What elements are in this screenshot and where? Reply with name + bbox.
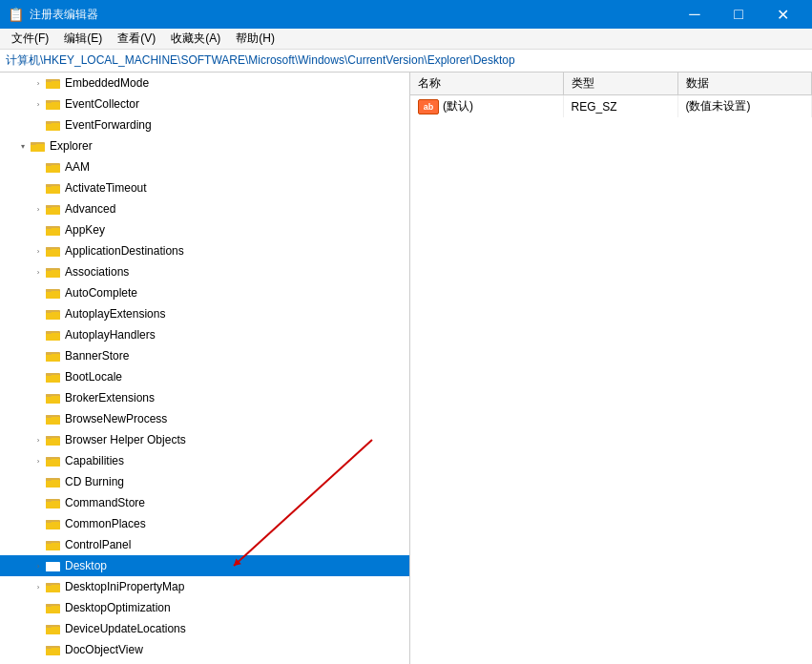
tree-label: Browser Helper Objects bbox=[65, 433, 186, 446]
tree-node[interactable]: CommandStore bbox=[0, 492, 409, 513]
tree-node[interactable]: ▾ Explorer bbox=[0, 135, 409, 156]
menu-help[interactable]: 帮助(H) bbox=[228, 29, 282, 50]
tree-node[interactable]: › EventCollector bbox=[0, 93, 409, 114]
tree-node[interactable]: ControlPanel bbox=[0, 534, 409, 555]
svg-rect-14 bbox=[46, 163, 52, 166]
tree-node[interactable]: › Desktop bbox=[0, 555, 409, 576]
folder-icon bbox=[46, 117, 61, 133]
address-path: 计算机\HKEY_LOCAL_MACHINE\SOFTWARE\Microsof… bbox=[6, 52, 515, 69]
svg-rect-62 bbox=[46, 499, 52, 502]
tree-node[interactable]: › ApplicationDestinations bbox=[0, 240, 409, 261]
tree-node[interactable]: AutoComplete bbox=[0, 282, 409, 303]
window-controls: ─ □ ✕ bbox=[673, 0, 804, 29]
tree-expander-empty bbox=[31, 303, 46, 324]
tree-node[interactable]: ActivateTimeout bbox=[0, 177, 409, 198]
svg-rect-26 bbox=[46, 247, 52, 250]
tree-label: ControlPanel bbox=[65, 538, 131, 551]
folder-icon bbox=[46, 96, 61, 112]
tree-node[interactable]: › EmbeddedMode bbox=[0, 73, 409, 93]
tree-expander-empty bbox=[31, 345, 46, 366]
svg-rect-22 bbox=[46, 228, 60, 236]
tree-label: CommonPlaces bbox=[65, 517, 146, 530]
tree-expander[interactable]: ▾ bbox=[15, 135, 31, 156]
tree-node[interactable]: › Capabilities bbox=[0, 450, 409, 471]
tree-label: BannerStore bbox=[65, 349, 129, 363]
menu-edit[interactable]: 编辑(E) bbox=[56, 29, 110, 50]
svg-rect-74 bbox=[46, 583, 52, 586]
tree-node[interactable]: CommonPlaces bbox=[0, 513, 409, 534]
tree-label: Associations bbox=[65, 265, 129, 279]
svg-rect-70 bbox=[46, 564, 60, 571]
tree-node[interactable]: BannerStore bbox=[0, 345, 409, 366]
tree-label: AAM bbox=[65, 160, 90, 174]
tree-node[interactable]: › Advanced bbox=[0, 198, 409, 219]
svg-rect-50 bbox=[46, 415, 52, 418]
tree-node[interactable]: BootLocale bbox=[0, 366, 409, 387]
maximize-button[interactable]: □ bbox=[717, 0, 760, 29]
tree-node[interactable]: CD Burning bbox=[0, 471, 409, 492]
tree-label: AutoplayExtensions bbox=[65, 307, 165, 321]
folder-icon bbox=[46, 495, 61, 510]
svg-rect-55 bbox=[46, 459, 60, 467]
registry-tree[interactable]: › EmbeddedMode› EventCollector EventForw… bbox=[0, 73, 410, 664]
tree-node[interactable]: AutoplayExtensions bbox=[0, 303, 409, 324]
tree-node[interactable]: BrokerExtensions bbox=[0, 387, 409, 408]
svg-rect-68 bbox=[46, 541, 52, 544]
folder-icon bbox=[46, 327, 61, 342]
svg-rect-37 bbox=[46, 333, 60, 341]
svg-rect-35 bbox=[46, 310, 52, 313]
value-row[interactable]: ab(默认)REG_SZ(数值未设置) bbox=[410, 95, 812, 118]
tree-expander[interactable]: › bbox=[31, 555, 46, 576]
tree-expander[interactable]: › bbox=[31, 450, 46, 471]
svg-rect-47 bbox=[46, 394, 52, 397]
tree-node[interactable]: › DesktopIniPropertyMap bbox=[0, 576, 409, 597]
tree-node[interactable]: AutoplayHandlers bbox=[0, 324, 409, 345]
value-name: ab(默认) bbox=[410, 95, 563, 118]
minimize-button[interactable]: ─ bbox=[673, 0, 717, 29]
svg-rect-23 bbox=[46, 226, 52, 229]
address-bar: 计算机\HKEY_LOCAL_MACHINE\SOFTWARE\Microsof… bbox=[0, 50, 812, 73]
svg-rect-65 bbox=[46, 520, 52, 523]
tree-expander[interactable]: › bbox=[31, 429, 46, 450]
folder-icon bbox=[46, 600, 61, 615]
close-button[interactable]: ✕ bbox=[760, 0, 804, 29]
folder-icon bbox=[46, 243, 61, 259]
folder-icon bbox=[31, 138, 46, 154]
tree-label: AutoplayHandlers bbox=[65, 328, 156, 342]
tree-node[interactable]: DesktopOptimization bbox=[0, 597, 409, 618]
tree-expander-empty bbox=[31, 156, 46, 177]
tree-expander[interactable]: › bbox=[31, 576, 46, 597]
tree-node[interactable]: AppKey bbox=[0, 219, 409, 240]
tree-expander[interactable]: › bbox=[31, 198, 46, 219]
folder-icon bbox=[46, 537, 61, 552]
tree-node[interactable]: › Browser Helper Objects bbox=[0, 429, 409, 450]
tree-expander[interactable]: › bbox=[31, 261, 46, 282]
tree-expander[interactable]: › bbox=[31, 73, 46, 93]
tree-node[interactable]: AAM bbox=[0, 156, 409, 177]
folder-icon bbox=[46, 642, 61, 657]
svg-rect-40 bbox=[46, 354, 60, 362]
svg-rect-19 bbox=[46, 207, 60, 215]
col-data: 数据 bbox=[677, 73, 812, 95]
menu-file[interactable]: 文件(F) bbox=[4, 29, 56, 50]
tree-node[interactable]: › Associations bbox=[0, 261, 409, 282]
tree-expander-empty bbox=[31, 639, 46, 660]
folder-icon bbox=[46, 264, 61, 280]
folder-icon bbox=[46, 411, 61, 426]
tree-node[interactable]: BrowseNewProcess bbox=[0, 408, 409, 429]
svg-rect-52 bbox=[46, 438, 60, 446]
svg-rect-64 bbox=[46, 522, 60, 529]
tree-node[interactable]: DeviceUpdateLocations bbox=[0, 618, 409, 639]
tree-node[interactable]: DocObjectView bbox=[0, 639, 409, 660]
folder-icon bbox=[46, 306, 61, 322]
tree-expander[interactable]: › bbox=[31, 93, 46, 114]
svg-rect-49 bbox=[46, 417, 60, 425]
menu-favorites[interactable]: 收藏夹(A) bbox=[163, 29, 228, 50]
tree-label: ActivateTimeout bbox=[65, 181, 147, 195]
tree-node[interactable]: EventForwarding bbox=[0, 114, 409, 135]
folder-icon bbox=[46, 558, 61, 573]
menu-view[interactable]: 查看(V) bbox=[110, 29, 163, 50]
tree-expander[interactable]: › bbox=[31, 240, 46, 261]
tree-expander-empty bbox=[31, 387, 46, 408]
svg-rect-31 bbox=[46, 291, 60, 299]
